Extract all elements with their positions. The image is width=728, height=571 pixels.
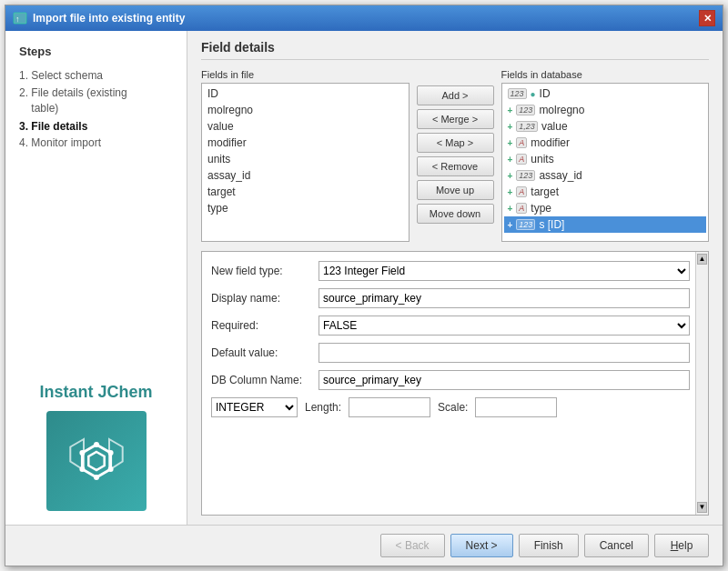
file-field-value[interactable]: value <box>204 118 407 135</box>
footer: < Back Next > Finish Cancel Help <box>5 525 723 566</box>
file-field-type[interactable]: type <box>204 200 407 216</box>
svg-point-7 <box>107 450 113 456</box>
logo-icon-area <box>46 411 147 511</box>
svg-marker-2 <box>82 445 110 477</box>
sidebar-logo: Instant JChem <box>19 383 173 511</box>
cancel-button[interactable]: Cancel <box>584 534 649 557</box>
scrollbar[interactable]: ▲ ▼ <box>695 252 708 515</box>
db-field-id[interactable]: 123 ● ID <box>504 85 707 102</box>
new-field-type-row: New field type: 123 Integer Field <box>211 261 690 281</box>
db-field-molregno-plus: + <box>508 105 513 115</box>
logo-text: Instant JChem <box>39 383 152 402</box>
scale-label: Scale: <box>438 401 468 414</box>
default-value-input[interactable] <box>318 343 690 363</box>
db-field-molregno[interactable]: +123 molregno <box>504 102 707 118</box>
section-title: Field details <box>201 40 709 60</box>
help-button[interactable]: Help <box>654 534 709 557</box>
main-content: Field details Fields in file ID molregno… <box>187 31 723 525</box>
remove-button[interactable]: < Remove <box>417 156 494 176</box>
move-up-button[interactable]: Move up <box>417 180 494 200</box>
file-field-id[interactable]: ID <box>204 85 407 102</box>
middle-buttons: Add > < Merge > < Map > < Remove Move up… <box>417 69 494 242</box>
add-button[interactable]: Add > <box>417 85 494 105</box>
fields-in-file-list[interactable]: ID molregno value modifier units assay_i… <box>201 83 410 242</box>
required-label: Required: <box>211 319 311 332</box>
length-label: Length: <box>305 401 341 414</box>
fields-in-db-list[interactable]: 123 ● ID +123 molregno +1,23 value + A m… <box>501 83 710 242</box>
fields-in-db-title: Fields in database <box>501 69 710 80</box>
move-down-button[interactable]: Move down <box>417 204 494 224</box>
svg-point-9 <box>94 475 99 480</box>
svg-text:↑: ↑ <box>15 15 20 24</box>
db-field-id-type-badge: 123 <box>508 88 527 99</box>
title-bar: ↑ Import file into existing entity ✕ <box>5 5 723 31</box>
fields-top-area: Fields in file ID molregno value modifie… <box>201 69 709 242</box>
db-field-assay-id[interactable]: + 123 assay_id <box>504 167 707 184</box>
svg-point-10 <box>79 466 85 472</box>
scale-input[interactable] <box>475 397 557 417</box>
svg-marker-3 <box>88 452 104 470</box>
required-select[interactable]: FALSE TRUE <box>318 316 690 336</box>
title-bar-left: ↑ Import file into existing entity <box>13 11 185 25</box>
finish-button[interactable]: Finish <box>519 534 579 557</box>
display-name-label: Display name: <box>211 292 311 305</box>
fields-in-db-box: Fields in database 123 ● ID +123 molregn… <box>501 69 710 242</box>
close-button[interactable]: ✕ <box>699 10 715 26</box>
fields-in-file-title: Fields in file <box>201 69 410 80</box>
db-column-input[interactable] <box>318 370 690 390</box>
scroll-up-arrow[interactable]: ▲ <box>697 254 707 265</box>
db-column-label: DB Column Name: <box>211 374 311 386</box>
sidebar: Steps 1. Select schema 2. File details (… <box>5 31 187 525</box>
svg-point-6 <box>94 442 99 447</box>
map-button[interactable]: < Map > <box>417 133 494 153</box>
svg-point-8 <box>107 466 113 472</box>
step-1: 1. Select schema <box>19 67 173 84</box>
required-row: Required: FALSE TRUE <box>211 316 690 336</box>
file-field-assay-id[interactable]: assay_id <box>204 167 407 184</box>
db-column-row: DB Column Name: <box>211 370 690 390</box>
db-field-type[interactable]: + A type <box>504 200 707 216</box>
display-name-row: Display name: <box>211 288 690 308</box>
file-field-molregno[interactable]: molregno <box>204 102 407 118</box>
length-input[interactable] <box>349 397 430 417</box>
dialog-title: Import file into existing entity <box>33 12 185 25</box>
back-button[interactable]: < Back <box>380 534 445 557</box>
file-field-units[interactable]: units <box>204 151 407 167</box>
svg-point-11 <box>79 450 85 456</box>
step-2: 2. File details (existing table) <box>19 84 173 118</box>
logo-svg <box>65 429 128 493</box>
db-field-target[interactable]: + A target <box>504 184 707 200</box>
next-button[interactable]: Next > <box>450 534 513 557</box>
db-field-modifier[interactable]: + A modifier <box>504 135 707 151</box>
db-field-value[interactable]: +1,23 value <box>504 118 707 135</box>
scroll-down-arrow[interactable]: ▼ <box>697 502 707 513</box>
dialog-body: Steps 1. Select schema 2. File details (… <box>5 31 723 525</box>
dialog: ↑ Import file into existing entity ✕ Ste… <box>5 5 723 566</box>
db-field-id-circle: ● <box>531 89 536 99</box>
new-field-type-label: New field type: <box>211 265 311 277</box>
step-4: 4. Monitor import <box>19 135 173 151</box>
default-value-label: Default value: <box>211 346 311 359</box>
steps-title: Steps <box>19 45 173 58</box>
detail-section: New field type: 123 Integer Field Displa… <box>201 251 709 516</box>
fields-in-file-box: Fields in file ID molregno value modifie… <box>201 69 410 242</box>
db-type-row: INTEGER VARCHAR FLOAT Length: Scale: <box>211 397 690 417</box>
display-name-input[interactable] <box>318 288 690 308</box>
dialog-icon: ↑ <box>13 11 27 25</box>
file-field-target[interactable]: target <box>204 184 407 200</box>
new-field-type-select-wrap: 123 Integer Field <box>318 261 690 281</box>
db-type-select[interactable]: INTEGER VARCHAR FLOAT <box>211 397 298 417</box>
db-field-s-id[interactable]: + 123 s [ID] <box>504 216 707 233</box>
new-field-type-select[interactable]: 123 Integer Field <box>318 261 690 281</box>
merge-button[interactable]: < Merge > <box>417 109 494 129</box>
file-field-modifier[interactable]: modifier <box>204 135 407 151</box>
db-field-units[interactable]: + A units <box>504 151 707 167</box>
default-value-row: Default value: <box>211 343 690 363</box>
step-3: 3. File details <box>19 118 173 135</box>
